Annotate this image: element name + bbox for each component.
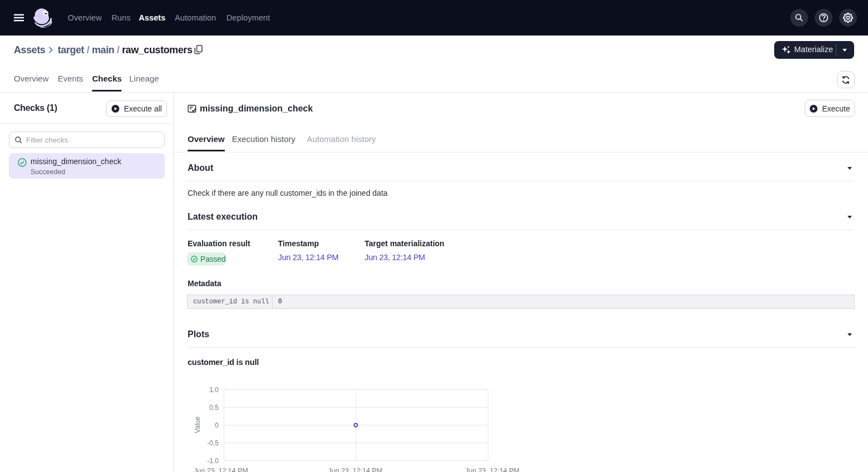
svg-text:Value: Value xyxy=(194,417,201,433)
svg-text:Jun 23, 12:14 PM: Jun 23, 12:14 PM xyxy=(328,467,382,472)
svg-text:0: 0 xyxy=(215,422,219,429)
svg-text:Jun 23, 12:14 PM: Jun 23, 12:14 PM xyxy=(465,467,519,472)
svg-text:-0.5: -0.5 xyxy=(207,439,219,447)
svg-text:1.0: 1.0 xyxy=(209,386,219,394)
svg-text:-1.0: -1.0 xyxy=(207,457,219,465)
svg-text:0.5: 0.5 xyxy=(209,404,219,412)
svg-text:Jun 23, 12:14 PM: Jun 23, 12:14 PM xyxy=(194,467,248,472)
